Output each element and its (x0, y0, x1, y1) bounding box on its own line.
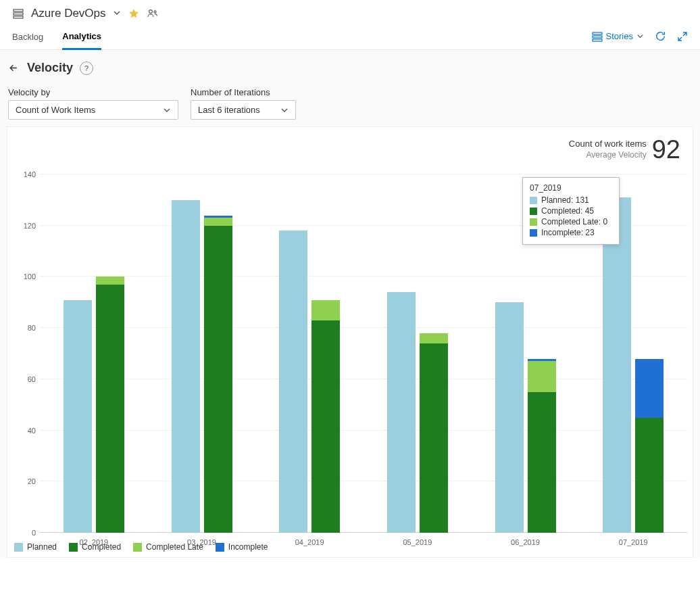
help-icon[interactable]: ? (80, 62, 93, 75)
legend-swatch (14, 543, 23, 552)
bar-segment-completed (96, 285, 124, 533)
bar-group: 05_2019 (364, 174, 472, 533)
back-icon[interactable] (8, 62, 20, 74)
velocity-by-label: Velocity by (8, 87, 178, 97)
bar-segment-completed (311, 320, 340, 533)
bar-planned[interactable] (387, 292, 416, 533)
stories-label: Stories (606, 31, 633, 41)
legend-label: Planned (27, 542, 57, 552)
bar-group: 04_2019 (255, 174, 364, 533)
tooltip-row: Completed Late: 0 (530, 217, 612, 226)
svg-point-3 (149, 10, 152, 14)
tabs-bar: Backlog Analytics Stories (0, 27, 700, 50)
bar-segment-completed (528, 392, 556, 533)
velocity-by-value: Count of Work Items (16, 105, 95, 115)
tooltip-swatch (530, 197, 537, 204)
y-tick: 20 (28, 477, 36, 485)
tooltip-label: Incomplete: 23 (541, 228, 595, 237)
x-tick: 02_2019 (79, 538, 108, 546)
y-tick: 60 (28, 375, 36, 383)
legend-swatch (133, 543, 142, 552)
legend-item[interactable]: Incomplete (216, 542, 268, 552)
bar-segment-completed-late (311, 300, 340, 320)
bar-planned[interactable] (172, 200, 200, 533)
svg-rect-0 (14, 9, 23, 11)
x-tick: 03_2019 (187, 538, 216, 546)
bar-segment-completed (635, 418, 664, 533)
stories-selector[interactable]: Stories (592, 31, 644, 42)
x-tick: 05_2019 (403, 538, 432, 546)
bar-planned[interactable] (279, 231, 307, 533)
bar-segment-completed-late (96, 277, 124, 284)
bar-segment-completed-late (420, 333, 448, 343)
chevron-down-icon[interactable] (113, 9, 121, 19)
fullscreen-icon[interactable] (677, 31, 688, 42)
y-tick: 0 (32, 529, 36, 537)
y-tick: 100 (24, 272, 36, 281)
workspace-title[interactable]: Azure DevOps (31, 7, 106, 20)
summary-line2: Average Velocity (569, 150, 647, 161)
tab-backlog[interactable]: Backlog (12, 28, 43, 49)
page-content: Velocity ? Velocity by Count of Work Ite… (0, 50, 700, 558)
svg-rect-1 (14, 13, 23, 15)
iterations-select[interactable]: Last 6 iterations (191, 100, 296, 120)
bar-planned[interactable] (64, 300, 92, 533)
velocity-chart-card: Count of work items Average Velocity 92 … (7, 126, 693, 558)
tooltip-swatch (530, 208, 537, 215)
y-tick: 140 (24, 170, 36, 178)
bar-segment-incomplete (635, 359, 664, 418)
legend-label: Incomplete (228, 542, 268, 552)
legend-swatch (216, 543, 224, 552)
tooltip-label: Planned: 131 (541, 195, 589, 205)
x-tick: 04_2019 (295, 538, 324, 546)
team-icon[interactable] (147, 7, 159, 20)
tooltip-label: Completed Late: 0 (541, 217, 607, 226)
svg-rect-5 (593, 32, 602, 34)
x-tick: 07_2019 (619, 538, 648, 546)
iterations-label: Number of Iterations (191, 87, 296, 97)
bar-group: 02_2019 (40, 174, 148, 533)
page-title: Velocity (27, 61, 73, 75)
chart-legend: PlannedCompletedCompleted LateIncomplete (13, 533, 687, 552)
bar-planned[interactable] (495, 302, 524, 533)
bar-planned[interactable] (603, 197, 631, 533)
bar-segment-completed-late (528, 361, 556, 391)
svg-rect-2 (14, 16, 23, 18)
legend-item[interactable]: Planned (14, 542, 57, 552)
y-tick: 40 (28, 427, 36, 435)
velocity-chart: 02040608010012014002_201903_201904_20190… (40, 174, 687, 533)
bar-stack[interactable] (96, 277, 124, 533)
summary-value: 92 (652, 135, 680, 164)
legend-swatch (69, 543, 78, 552)
bar-segment-completed (420, 343, 448, 533)
tooltip-row: Completed: 45 (530, 206, 612, 216)
y-tick: 120 (24, 222, 36, 230)
bar-stack[interactable] (204, 216, 232, 533)
bar-stack[interactable] (635, 359, 664, 533)
bar-group: 03_2019 (148, 174, 256, 533)
chart-tooltip: 07_2019Planned: 131Completed: 45Complete… (522, 177, 620, 245)
tab-analytics[interactable]: Analytics (62, 27, 101, 50)
svg-point-4 (153, 11, 155, 13)
tooltip-title: 07_2019 (530, 183, 612, 193)
x-tick: 06_2019 (511, 538, 540, 546)
y-tick: 80 (28, 324, 36, 332)
bar-segment-completed-late (204, 218, 232, 225)
svg-rect-6 (593, 36, 602, 38)
refresh-icon[interactable] (655, 30, 666, 42)
tooltip-swatch (530, 229, 537, 237)
filters-row: Velocity by Count of Work Items Number o… (7, 78, 693, 126)
workspace-bar: Azure DevOps (0, 0, 700, 27)
bar-stack[interactable] (420, 333, 448, 533)
tooltip-row: Incomplete: 23 (530, 228, 612, 237)
iterations-value: Last 6 iterations (198, 105, 260, 115)
svg-rect-7 (593, 39, 602, 41)
tooltip-row: Planned: 131 (530, 195, 612, 205)
tooltip-label: Completed: 45 (541, 206, 594, 216)
velocity-by-select[interactable]: Count of Work Items (8, 100, 178, 120)
star-icon[interactable] (128, 7, 140, 20)
bar-stack[interactable] (311, 300, 340, 533)
bar-stack[interactable] (528, 359, 556, 533)
tooltip-swatch (530, 218, 537, 226)
summary-line1: Count of work items (569, 139, 647, 150)
